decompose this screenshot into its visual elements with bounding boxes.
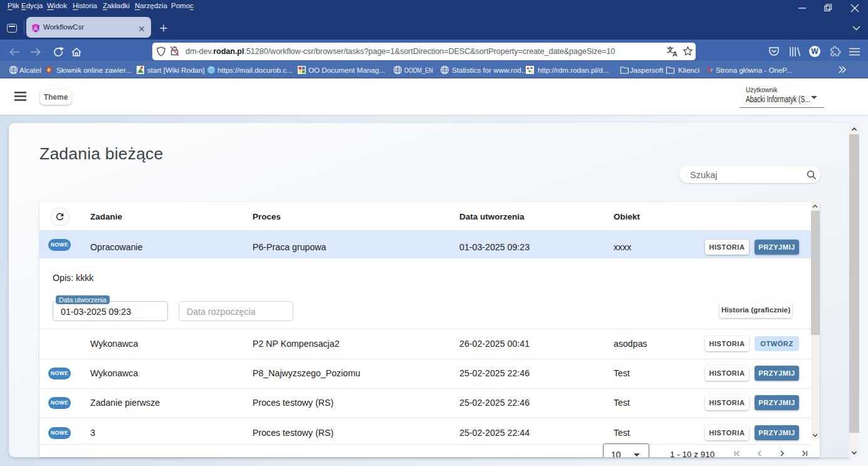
svg-text:A: A <box>672 50 677 57</box>
